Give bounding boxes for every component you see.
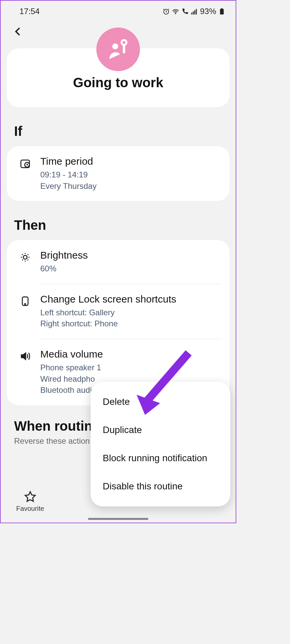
if-item-line2: Every Thursday [40,180,222,192]
menu-disable-routine[interactable]: Disable this routine [91,472,230,500]
svg-point-13 [25,304,26,305]
alarm-icon [162,8,170,15]
then-item-brightness[interactable]: Brightness 60% [7,240,230,284]
then-item-line: Left shortcut: Gallery [40,307,222,318]
status-time: 17:54 [19,7,40,16]
home-indicator[interactable] [88,518,148,520]
svg-rect-1 [191,13,192,14]
commute-icon [106,38,130,61]
battery-percent: 93% [200,7,216,16]
svg-rect-2 [193,11,194,14]
chevron-left-icon [13,26,23,37]
phone-outline-icon [19,296,31,307]
then-item-line: Right shortcut: Phone [40,318,222,329]
calendar-clock-icon [19,158,31,169]
if-item-line1: 09:19 - 14:19 [40,169,222,180]
then-item-title: Brightness [40,250,222,261]
svg-point-8 [122,40,127,45]
then-card: Brightness 60% Change Lock screen shortc… [7,240,230,405]
svg-rect-6 [221,8,223,9]
signal-icon [191,8,198,15]
menu-delete[interactable]: Delete [91,388,230,416]
then-item-title: Media volume [40,348,222,360]
then-section-label: Then [14,218,236,233]
svg-rect-4 [196,9,197,14]
svg-rect-3 [194,10,195,14]
svg-point-7 [112,44,118,50]
then-item-line: Phone speaker 1 [40,362,222,373]
if-item-time-period[interactable]: Time period 09:19 - 14:19 Every Thursday [7,146,230,201]
favourite-button[interactable]: Favourite [1,491,60,513]
battery-icon [218,8,226,15]
if-card: Time period 09:19 - 14:19 Every Thursday [7,146,230,201]
routine-title: Going to work [73,75,163,90]
routine-icon-circle [96,28,140,71]
menu-block-notification[interactable]: Block running notification [91,444,230,472]
overflow-menu: Delete Duplicate Block running notificat… [91,382,230,506]
status-icons: 93% [162,7,226,16]
then-item-line: 60% [40,263,222,274]
brightness-icon [19,252,31,263]
star-icon [24,491,36,503]
menu-duplicate[interactable]: Duplicate [91,416,230,444]
then-item-lockscreen[interactable]: Change Lock screen shortcuts Left shortc… [7,284,230,339]
svg-rect-5 [220,9,224,14]
favourite-label: Favourite [16,505,44,513]
if-item-title: Time period [40,156,222,167]
wifi-icon [172,8,179,15]
svg-point-11 [23,256,27,259]
if-section-label: If [14,124,236,139]
routine-header-card[interactable]: Going to work [7,48,230,107]
status-bar: 17:54 93% [1,1,236,19]
then-item-title: Change Lock screen shortcuts [40,293,222,305]
volume-icon [19,351,31,362]
call-icon [181,8,189,15]
